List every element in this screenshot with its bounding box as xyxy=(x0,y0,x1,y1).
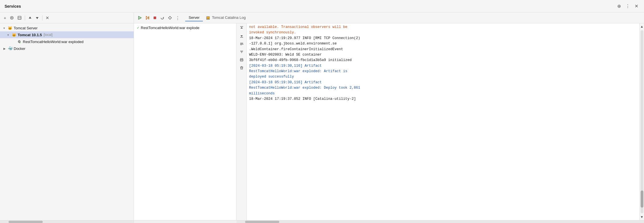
tree-item-docker[interactable]: ▶ 🐳 Docker xyxy=(0,45,134,52)
tomcat-instance-label: Tomcat 10.1.5 xyxy=(18,33,42,37)
right-scrollbar[interactable]: ▲ ▼ xyxy=(639,23,644,220)
tomcat-instance-icon: 🐱 xyxy=(11,32,17,37)
tab-server-label: Server xyxy=(189,15,199,20)
view-button[interactable] xyxy=(8,15,15,21)
tree-item-tomcat-instance[interactable]: ▾ 🐱 Tomcat 10.1.5 [local] xyxy=(0,31,134,38)
tree-arrow-tomcat-server[interactable]: ▾ xyxy=(3,27,7,30)
artifact-strip: ✓ RestTomcatHelloWorld:war explode xyxy=(134,23,237,220)
expand-button[interactable] xyxy=(16,15,23,21)
tree-container[interactable]: ▾ 🐱 Tomcat Server ▾ 🐱 Tomcat 10.1.5 [loc… xyxy=(0,23,134,220)
close-panel-button[interactable]: ✕ xyxy=(633,3,639,9)
tab-catalina-label: Tomcat Catalina Log xyxy=(212,15,246,20)
tabs-area: Server 🐱 Tomcat Catalina Log xyxy=(185,14,249,21)
log-line: 18-Mar-2024 17:19:37.052 INFO [Catalina-… xyxy=(249,96,637,102)
right-panel: ⋮ Server 🐱 Tomcat Catalina Log ✓ RestTom… xyxy=(134,13,644,223)
docker-icon: 🐳 xyxy=(7,46,13,51)
scroll-to-bottom-button[interactable] xyxy=(239,33,244,39)
catalina-log-icon: 🐱 xyxy=(206,16,210,20)
scroll-down-button[interactable]: ▼ xyxy=(640,214,644,220)
right-bottom-scrollbar[interactable] xyxy=(134,220,644,223)
artifact-strip-item[interactable]: ✓ RestTomcatHelloWorld:war explode xyxy=(134,25,236,31)
separator2 xyxy=(42,15,42,21)
log-line: [2024-03-18 05:19:30,116] Artifact xyxy=(249,63,637,69)
left-toolbar: + xyxy=(0,13,134,23)
svg-rect-17 xyxy=(241,60,242,61)
log-line: 18-Mar-2024 17:19:29.977 INFO [RMI TCP C… xyxy=(249,36,637,41)
log-line: .WeldContainer.fireContainerInitializedE… xyxy=(249,47,637,52)
stop-button[interactable] xyxy=(152,15,158,21)
artifact-label: RestTomcatHelloWorld:war exploded xyxy=(23,40,83,44)
log-line: RestTomcatHelloWorld:war exploded: Deplo… xyxy=(249,85,637,91)
log-line: [2024-03-18 05:19:30,116] Artifact xyxy=(249,80,637,85)
log-line: 3bf6f41f-eb0d-49fb-9968-fbc1d1a3b5a9 ini… xyxy=(249,58,637,63)
tree-item-artifact[interactable]: ⚙✓ RestTomcatHelloWorld:war exploded xyxy=(0,38,134,45)
log-controls xyxy=(237,23,247,220)
restart-button[interactable] xyxy=(159,15,166,21)
step-button[interactable] xyxy=(144,15,151,21)
tomcat-server-icon: 🐱 xyxy=(7,25,13,31)
filter-button[interactable] xyxy=(239,49,244,55)
log-line: -127.0.0.1] org.jboss.weld.environment.s… xyxy=(249,41,637,46)
log-line: milliseconds xyxy=(249,91,637,96)
services-title: Services xyxy=(5,4,21,9)
add-button[interactable]: + xyxy=(2,15,8,21)
scrollbar-track[interactable] xyxy=(641,30,643,213)
log-line: invoked synchronously. xyxy=(249,30,637,35)
right-content: ✓ RestTomcatHelloWorld:war explode xyxy=(134,23,644,220)
log-content[interactable]: not available. Transactional observers w… xyxy=(247,23,639,220)
move-down-button[interactable] xyxy=(34,15,40,21)
close-button[interactable]: ✕ xyxy=(44,15,51,21)
tab-catalina-log[interactable]: 🐱 Tomcat Catalina Log xyxy=(203,14,249,21)
right-toolbar: ⋮ Server 🐱 Tomcat Catalina Log xyxy=(134,13,644,23)
add-server-button[interactable]: ⊕ xyxy=(616,3,622,9)
log-line: not available. Transactional observers w… xyxy=(249,25,637,30)
more-right-button[interactable]: ⋮ xyxy=(174,15,181,21)
artifact-strip-label: RestTomcatHelloWorld:war explode xyxy=(141,26,199,30)
separator xyxy=(25,15,25,21)
delete-log-button[interactable] xyxy=(239,65,244,71)
scroll-to-top-button[interactable] xyxy=(239,25,244,31)
left-panel: + xyxy=(0,13,134,223)
docker-label: Docker xyxy=(14,46,25,51)
log-line: RestTomcatHelloWorld:war exploded: Artif… xyxy=(249,69,637,74)
print-button[interactable] xyxy=(239,57,244,63)
move-up-button[interactable] xyxy=(27,15,33,21)
artifact-icon: ⚙✓ xyxy=(17,39,22,44)
main-container: + xyxy=(0,13,644,223)
tab-server[interactable]: Server xyxy=(185,14,203,21)
config-button[interactable] xyxy=(166,15,174,21)
svg-rect-5 xyxy=(154,17,156,19)
log-line: WELD-ENV-002003: Weld SE container xyxy=(249,52,637,58)
tomcat-instance-badge: [local] xyxy=(44,33,52,37)
tree-item-tomcat-server[interactable]: ▾ 🐱 Tomcat Server xyxy=(0,25,134,31)
svg-point-6 xyxy=(169,17,171,19)
resume-button[interactable] xyxy=(136,15,143,21)
left-bottom-scrollbar[interactable] xyxy=(0,220,134,223)
more-options-button[interactable]: ⋮ xyxy=(624,3,631,9)
tree-arrow-docker[interactable]: ▶ xyxy=(3,47,7,50)
svg-point-1 xyxy=(11,17,12,19)
services-header: Services ⊕ ⋮ ✕ xyxy=(0,0,644,13)
soft-wrap-button[interactable] xyxy=(239,41,244,47)
artifact-check-icon: ✓ xyxy=(137,26,139,30)
header-actions: ⊕ ⋮ ✕ xyxy=(616,3,639,9)
scrollbar-thumb[interactable] xyxy=(641,190,643,208)
log-line: deployed successfully xyxy=(249,74,637,80)
tree-arrow-tomcat-instance[interactable]: ▾ xyxy=(7,33,11,37)
tomcat-server-label: Tomcat Server xyxy=(14,26,38,30)
scroll-up-button[interactable]: ▲ xyxy=(640,24,644,29)
